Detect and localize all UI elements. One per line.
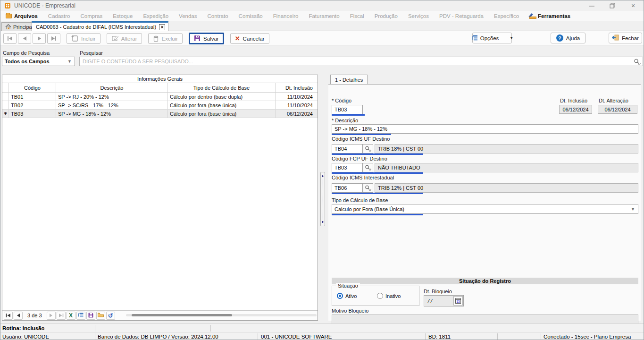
divider (541, 333, 541, 340)
campo-pesquisa-label: Campo de Pesquisa (3, 50, 50, 56)
open-layout-button[interactable] (96, 312, 105, 320)
export-excel-button[interactable]: X (67, 312, 75, 320)
column-chooser-button[interactable] (76, 312, 85, 320)
pager-last-button[interactable] (57, 312, 66, 320)
tipo-calculo-select[interactable]: Calculo por Fora (Base Única) ▼ (332, 204, 638, 214)
campo-pesquisa-value: Todos os Campos (2, 59, 65, 64)
tab-detalhes[interactable]: 1 - Detalhes (330, 75, 368, 84)
search-icon[interactable] (633, 59, 641, 65)
usuario-status: Usuário: UNICODE (2, 332, 49, 340)
cancelar-button[interactable]: ✕ Cancelar (230, 33, 269, 44)
table-cell: SP -> SC/RS - 17% - 12% (56, 101, 168, 109)
menu-item-ferramentas[interactable]: Ferramentas (524, 11, 576, 21)
tab-cad0063[interactable]: CAD0063 - Cadastro de DIFAL (ICMS Intere… (32, 21, 168, 31)
grid-column-header[interactable]: Descrição (56, 83, 168, 92)
restore-button[interactable] (602, 0, 623, 11)
table-cell: TB02 (9, 101, 56, 109)
menu-item-servi-os[interactable]: Serviços (403, 11, 434, 21)
alterar-button[interactable]: Alterar (107, 33, 142, 44)
save-layout-button[interactable] (86, 312, 95, 320)
conexao-status: Conectado - 15sec - Plano Empresa (544, 332, 643, 340)
icms-interestadual-code-field[interactable] (332, 183, 363, 193)
focus-underline (332, 193, 423, 194)
tab-close-icon[interactable]: × (159, 24, 165, 30)
grid-column-headers: CódigoDescriçãoTipo de Cálculo de BaseDt… (2, 83, 318, 93)
tipo-calculo-label: Tipo de Cálculo de Base (332, 197, 388, 203)
splitter-handle[interactable] (320, 172, 325, 226)
menu-item-estoque[interactable]: Estoque (108, 11, 138, 21)
excluir-button[interactable]: Excluir (148, 33, 183, 44)
icms-uf-destino-code-field[interactable] (332, 144, 363, 153)
grid-column-header[interactable]: Dt. Inclusão (276, 83, 317, 92)
close-icon[interactable]: × (623, 0, 644, 11)
descricao-field[interactable] (332, 124, 638, 134)
ajuda-button[interactable]: ? Ajuda (551, 33, 585, 43)
pager-prev-button[interactable] (14, 312, 23, 320)
horizontal-scrollbar[interactable] (126, 314, 317, 316)
grid-column-header[interactable]: Tipo de Cálculo de Base (168, 83, 276, 92)
icms-interestadual-lookup-button[interactable] (363, 183, 373, 193)
icms-uf-destino-lookup-button[interactable] (363, 144, 373, 153)
app-window: UNICODE - Empresarial × ArquivosCadastro… (0, 0, 644, 340)
menu-item-expedi-o[interactable]: Expedição (138, 11, 174, 21)
salvar-button[interactable]: Salvar (189, 33, 224, 44)
calendar-icon[interactable]: 15 (453, 296, 463, 306)
row-selector-cell (2, 101, 9, 109)
menu-item-arquivos[interactable]: Arquivos (0, 11, 43, 21)
splitter-arrow-icon (322, 175, 324, 178)
minimize-button[interactable] (581, 0, 602, 11)
trash-icon (153, 35, 159, 42)
menu-item-pdv-retaguarda[interactable]: PDV - Retaguarda (434, 11, 489, 21)
table-row[interactable]: ✱TB03SP -> MG - 18% - 12%Cálculo por for… (2, 110, 318, 118)
title-bar: UNICODE - Empresarial × (0, 0, 644, 11)
menu-item-compras[interactable]: Compras (75, 11, 108, 21)
table-row[interactable]: TB02SP -> SC/RS - 17% - 12%Cálculo por f… (2, 101, 318, 110)
details-content: * Código Dt. Inclusão 06/12/2024 Dt. Alt… (328, 84, 641, 321)
menu-item-fiscal[interactable]: Fiscal (345, 11, 369, 21)
fechar-button[interactable]: Fechar (609, 33, 642, 43)
nav-next-button[interactable] (33, 33, 46, 44)
menu-item-contrato[interactable]: Contrato (202, 11, 233, 21)
grid-group-header[interactable]: Informações Gerais (2, 75, 318, 83)
table-cell: 11/10/2024 (276, 93, 317, 101)
tipo-calculo-value: Calculo por Fora (Base Única) (332, 206, 628, 212)
search-input[interactable] (80, 59, 633, 64)
menu-item-label: Serviços (408, 11, 429, 21)
opcoes-button[interactable]: Opções ▼ (472, 33, 512, 43)
pager-first-button[interactable] (4, 312, 13, 320)
fcp-uf-destino-lookup-button[interactable] (363, 163, 373, 172)
nav-first-button[interactable] (3, 33, 17, 44)
rotina-status: Rotina: Inclusão (2, 324, 44, 332)
options-tree-icon (471, 35, 478, 42)
menu-item-comiss-o[interactable]: Comissão (234, 11, 268, 21)
refresh-button[interactable]: ↺ (106, 312, 115, 320)
grid-column-header[interactable]: Código (9, 83, 56, 92)
scrollbar-thumb[interactable] (132, 314, 232, 316)
pager-next-button[interactable] (47, 312, 56, 320)
menu-item-label: Faturamento (309, 11, 339, 21)
divider (210, 325, 211, 332)
table-cell: TB01 (9, 93, 56, 101)
menu-item-vendas[interactable]: Vendas (174, 11, 202, 21)
radio-inativo[interactable]: Inativo (377, 293, 401, 299)
table-row[interactable]: TB01SP -> RJ - 20% - 12%Cálculo por dent… (2, 93, 318, 101)
menu-item-financeiro[interactable]: Financeiro (268, 11, 304, 21)
radio-ativo[interactable]: Ativo (337, 293, 377, 299)
fcp-uf-destino-code-field[interactable] (332, 163, 363, 172)
panel-splitter[interactable] (320, 75, 326, 321)
chevron-down-icon[interactable]: ▼ (507, 36, 516, 40)
codigo-field[interactable] (332, 105, 363, 114)
fcp-uf-destino-label: Código FCP UF Destino (332, 156, 387, 162)
menu-item-espec-fico[interactable]: Específico (489, 11, 524, 21)
menu-item-cadastro[interactable]: Cadastro (43, 11, 75, 21)
nav-prev-button[interactable] (18, 33, 31, 44)
chevron-down-icon: ▼ (65, 59, 75, 64)
dt-bloqueio-field[interactable]: / / 15 (424, 295, 464, 306)
menu-item-faturamento[interactable]: Faturamento (303, 11, 344, 21)
nav-last-button[interactable] (47, 33, 60, 44)
campo-pesquisa-select[interactable]: Todos os Campos ▼ (2, 57, 75, 66)
focus-underline (332, 114, 365, 116)
incluir-button[interactable]: Incluir (67, 33, 100, 44)
cancelar-label: Cancelar (243, 36, 265, 42)
menu-item-produ-o[interactable]: Produção (369, 11, 403, 21)
